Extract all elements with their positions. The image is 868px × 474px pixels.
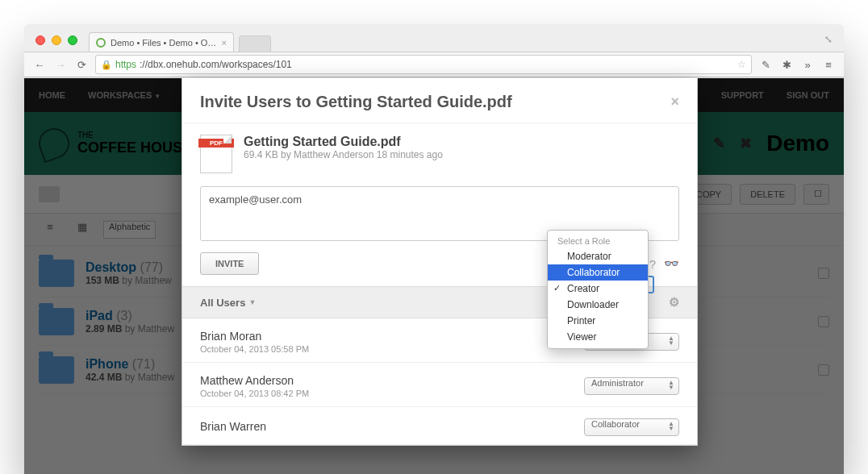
wand-icon[interactable]: ✎ <box>758 59 773 71</box>
modal-title: Invite Users to Getting Started Guide.pd… <box>200 93 512 111</box>
lock-icon: 🔒 <box>101 60 112 70</box>
file-name: Getting Started Guide.pdf <box>244 135 443 149</box>
menu-icon[interactable]: ≡ <box>821 59 836 71</box>
user-name: Brian Warren <box>200 420 266 433</box>
user-row: Matthew AndersonOctober 04, 2013 08:42 P… <box>182 363 697 407</box>
dropdown-option[interactable]: Moderator <box>548 248 648 264</box>
fullscreen-icon[interactable]: ⤢ <box>823 35 834 44</box>
url-path: ://dbx.onehub.com/workspaces/101 <box>140 59 292 70</box>
file-author: by Matthew Anderson <box>281 149 373 160</box>
favicon-icon <box>96 38 106 48</box>
dropdown-option[interactable]: Downloader <box>548 297 648 313</box>
file-size: 69.4 KB <box>244 149 278 160</box>
dropdown-option[interactable]: Printer <box>548 313 648 329</box>
back-button[interactable]: ← <box>32 59 47 71</box>
window-close-button[interactable] <box>35 35 45 45</box>
user-row: Brian WarrenCollaborator▲▼ <box>182 407 697 445</box>
tab-close-icon[interactable]: × <box>222 38 227 48</box>
user-name: Brian Moran <box>200 330 309 343</box>
section-gear-icon[interactable]: ⚙ <box>669 295 679 310</box>
caret-down-icon: ▼ <box>248 298 256 306</box>
role-dropdown-menu: Select a Role ModeratorCollaboratorCreat… <box>547 230 649 349</box>
user-timestamp: October 04, 2013 05:58 PM <box>200 344 309 354</box>
dropdown-header: Select a Role <box>548 234 648 248</box>
glasses-icon[interactable]: 👓 <box>664 256 679 271</box>
dropdown-option[interactable]: Viewer <box>548 329 648 345</box>
new-tab-button[interactable] <box>239 35 271 52</box>
window-minimize-button[interactable] <box>52 35 61 45</box>
tab-title: Demo • Files • Demo • O… <box>111 38 216 48</box>
url-scheme: https <box>115 59 136 70</box>
address-bar[interactable]: 🔒 https://dbx.onehub.com/workspaces/101 … <box>95 55 752 74</box>
window-maximize-button[interactable] <box>68 35 77 45</box>
pdf-file-icon <box>200 135 232 173</box>
reload-button[interactable]: ⟳ <box>74 59 89 71</box>
user-name: Matthew Anderson <box>200 374 309 387</box>
dropdown-option[interactable]: Creator <box>548 281 648 297</box>
bookmark-star-icon[interactable]: ☆ <box>737 59 746 70</box>
invite-modal: Invite Users to Getting Started Guide.pd… <box>182 78 698 446</box>
file-timestamp: 18 minutes ago <box>377 149 443 160</box>
role-select[interactable]: Administrator▲▼ <box>584 377 679 395</box>
modal-close-button[interactable]: × <box>670 94 679 110</box>
chevron-right-icon[interactable]: » <box>800 59 815 71</box>
settings-gear-icon[interactable]: ✱ <box>779 59 794 71</box>
invite-button[interactable]: INVITE <box>200 252 259 275</box>
dropdown-option[interactable]: Collaborator <box>548 264 648 281</box>
role-select[interactable]: Collaborator▲▼ <box>584 418 679 436</box>
help-icon[interactable]: ? <box>649 257 656 271</box>
forward-button[interactable]: → <box>53 59 68 71</box>
user-timestamp: October 04, 2013 08:42 PM <box>200 389 309 398</box>
browser-tab[interactable]: Demo • Files • Demo • O… × <box>89 32 234 52</box>
